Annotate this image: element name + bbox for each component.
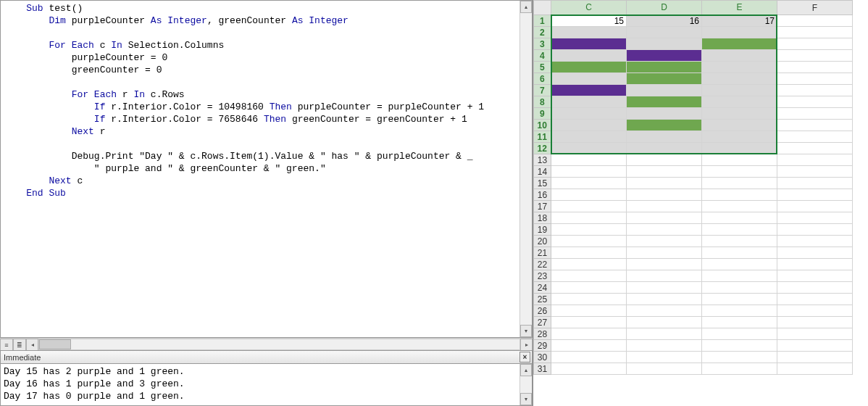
cell-D23[interactable] [627, 270, 702, 282]
row-header-23[interactable]: 23 [534, 270, 551, 282]
cell-F26[interactable] [777, 305, 853, 317]
cell-E8[interactable] [702, 96, 777, 108]
row-header-21[interactable]: 21 [534, 247, 551, 259]
row-header-22[interactable]: 22 [534, 259, 551, 270]
row-header-5[interactable]: 5 [534, 62, 551, 73]
cell-E27[interactable] [702, 317, 777, 328]
cell-D11[interactable] [627, 131, 702, 143]
cell-E17[interactable] [702, 201, 777, 212]
row-header-24[interactable]: 24 [534, 282, 551, 294]
cell-E20[interactable] [702, 236, 777, 247]
cell-E26[interactable] [702, 305, 777, 317]
cell-E29[interactable] [702, 340, 777, 352]
cell-F16[interactable] [777, 189, 853, 201]
cell-C3[interactable] [551, 38, 627, 50]
cell-C23[interactable] [551, 270, 627, 282]
scroll-right-arrow-icon[interactable]: ▸ [520, 339, 533, 351]
cell-E2[interactable] [702, 27, 777, 38]
cell-D24[interactable] [627, 282, 702, 294]
cell-E6[interactable] [702, 73, 777, 85]
cell-E4[interactable] [702, 50, 777, 62]
cell-E11[interactable] [702, 131, 777, 143]
cell-E15[interactable] [702, 178, 777, 189]
cell-D28[interactable] [627, 328, 702, 340]
column-header-E[interactable]: E [702, 1, 777, 15]
row-header-26[interactable]: 26 [534, 305, 551, 317]
row-header-9[interactable]: 9 [534, 108, 551, 120]
cell-C17[interactable] [551, 201, 627, 212]
row-header-28[interactable]: 28 [534, 328, 551, 340]
cell-D4[interactable] [627, 50, 702, 62]
cell-C8[interactable] [551, 96, 627, 108]
cell-C29[interactable] [551, 340, 627, 352]
cell-F8[interactable] [777, 96, 853, 108]
cell-D1[interactable]: 16 [627, 15, 702, 27]
cell-E31[interactable] [702, 363, 777, 375]
hscroll-thumb[interactable] [39, 339, 71, 349]
cell-C12[interactable] [551, 143, 627, 154]
cell-C6[interactable] [551, 73, 627, 85]
cell-E10[interactable] [702, 120, 777, 131]
row-header-17[interactable]: 17 [534, 201, 551, 212]
cell-C2[interactable] [551, 27, 627, 38]
cell-F15[interactable] [777, 178, 853, 189]
cell-F7[interactable] [777, 85, 853, 96]
spreadsheet-grid[interactable]: CDEF115161723456789101112131415161718192… [533, 0, 853, 375]
row-header-18[interactable]: 18 [534, 212, 551, 224]
immediate-window[interactable]: Day 15 has 2 purple and 1 green. Day 16 … [0, 364, 533, 406]
cell-F2[interactable] [777, 27, 853, 38]
row-header-30[interactable]: 30 [534, 352, 551, 363]
cell-D12[interactable] [627, 143, 702, 154]
cell-F27[interactable] [777, 317, 853, 328]
cell-D31[interactable] [627, 363, 702, 375]
row-header-8[interactable]: 8 [534, 96, 551, 108]
cell-D3[interactable] [627, 38, 702, 50]
column-header-D[interactable]: D [627, 1, 702, 15]
cell-E28[interactable] [702, 328, 777, 340]
immediate-vertical-scrollbar[interactable]: ▴ ▾ [519, 364, 532, 405]
cell-F24[interactable] [777, 282, 853, 294]
cell-C19[interactable] [551, 224, 627, 236]
cell-C27[interactable] [551, 317, 627, 328]
cell-F10[interactable] [777, 120, 853, 131]
cell-C4[interactable] [551, 50, 627, 62]
row-header-6[interactable]: 6 [534, 73, 551, 85]
cell-C15[interactable] [551, 178, 627, 189]
cell-E1[interactable]: 17 [702, 15, 777, 27]
cell-F25[interactable] [777, 294, 853, 305]
cell-E21[interactable] [702, 247, 777, 259]
cell-D17[interactable] [627, 201, 702, 212]
cell-F1[interactable] [777, 15, 853, 27]
cell-F18[interactable] [777, 212, 853, 224]
cell-D29[interactable] [627, 340, 702, 352]
cell-C25[interactable] [551, 294, 627, 305]
cell-F20[interactable] [777, 236, 853, 247]
cell-E14[interactable] [702, 166, 777, 178]
cell-E22[interactable] [702, 259, 777, 270]
cell-D6[interactable] [627, 73, 702, 85]
cell-C22[interactable] [551, 259, 627, 270]
cell-C11[interactable] [551, 131, 627, 143]
cell-E9[interactable] [702, 108, 777, 120]
row-header-13[interactable]: 13 [534, 154, 551, 166]
cell-D10[interactable] [627, 120, 702, 131]
cell-F28[interactable] [777, 328, 853, 340]
cell-D15[interactable] [627, 178, 702, 189]
cell-D26[interactable] [627, 305, 702, 317]
cell-E18[interactable] [702, 212, 777, 224]
row-header-10[interactable]: 10 [534, 120, 551, 131]
row-header-19[interactable]: 19 [534, 224, 551, 236]
cell-C7[interactable] [551, 85, 627, 96]
cell-D27[interactable] [627, 317, 702, 328]
cell-E16[interactable] [702, 189, 777, 201]
code-content[interactable]: Sub test() Dim purpleCounter As Integer,… [1, 1, 519, 337]
cell-D25[interactable] [627, 294, 702, 305]
cell-E24[interactable] [702, 282, 777, 294]
cell-D5[interactable] [627, 62, 702, 73]
cell-F31[interactable] [777, 363, 853, 375]
cell-C10[interactable] [551, 120, 627, 131]
row-header-15[interactable]: 15 [534, 178, 551, 189]
cell-C9[interactable] [551, 108, 627, 120]
cell-D22[interactable] [627, 259, 702, 270]
cell-F14[interactable] [777, 166, 853, 178]
